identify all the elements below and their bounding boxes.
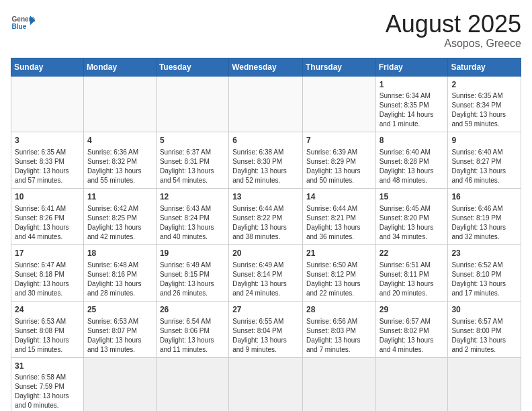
day-info: Sunrise: 6:58 AM Sunset: 7:59 PM Dayligh… xyxy=(15,373,80,410)
calendar-day-cell xyxy=(302,76,375,132)
calendar-day-cell: 21Sunrise: 6:50 AM Sunset: 8:12 PM Dayli… xyxy=(302,244,375,301)
calendar-day-cell: 14Sunrise: 6:44 AM Sunset: 8:21 PM Dayli… xyxy=(302,189,375,245)
day-info: Sunrise: 6:40 AM Sunset: 8:28 PM Dayligh… xyxy=(380,148,445,185)
day-info: Sunrise: 6:49 AM Sunset: 8:14 PM Dayligh… xyxy=(232,261,299,298)
day-info: Sunrise: 6:43 AM Sunset: 8:24 PM Dayligh… xyxy=(160,204,225,242)
day-number: 1 xyxy=(380,79,445,91)
calendar-day-cell xyxy=(156,76,228,132)
day-number: 6 xyxy=(232,135,299,146)
day-number: 27 xyxy=(232,304,299,316)
day-info: Sunrise: 6:55 AM Sunset: 8:04 PM Dayligh… xyxy=(232,317,299,355)
calendar-day-cell: 13Sunrise: 6:44 AM Sunset: 8:22 PM Dayli… xyxy=(229,189,303,245)
day-info: Sunrise: 6:38 AM Sunset: 8:30 PM Dayligh… xyxy=(232,148,299,185)
day-info: Sunrise: 6:42 AM Sunset: 8:25 PM Dayligh… xyxy=(87,204,152,242)
day-number: 8 xyxy=(380,135,445,146)
weekday-header: Thursday xyxy=(302,58,375,76)
calendar-day-cell: 12Sunrise: 6:43 AM Sunset: 8:24 PM Dayli… xyxy=(156,189,228,245)
calendar-week-row: 10Sunrise: 6:41 AM Sunset: 8:26 PM Dayli… xyxy=(11,189,521,245)
weekday-header: Tuesday xyxy=(156,58,228,76)
calendar-day-cell: 10Sunrise: 6:41 AM Sunset: 8:26 PM Dayli… xyxy=(11,189,84,245)
calendar-day-cell: 15Sunrise: 6:45 AM Sunset: 8:20 PM Dayli… xyxy=(375,189,448,245)
day-info: Sunrise: 6:40 AM Sunset: 8:27 PM Dayligh… xyxy=(451,148,517,185)
calendar-day-cell: 31Sunrise: 6:58 AM Sunset: 7:59 PM Dayli… xyxy=(11,357,84,411)
calendar-day-cell: 5Sunrise: 6:37 AM Sunset: 8:31 PM Daylig… xyxy=(156,132,228,189)
day-info: Sunrise: 6:50 AM Sunset: 8:12 PM Dayligh… xyxy=(306,261,372,298)
calendar-week-row: 17Sunrise: 6:47 AM Sunset: 8:18 PM Dayli… xyxy=(11,244,521,301)
calendar-day-cell: 28Sunrise: 6:56 AM Sunset: 8:03 PM Dayli… xyxy=(302,301,375,357)
day-info: Sunrise: 6:44 AM Sunset: 8:22 PM Dayligh… xyxy=(232,204,299,242)
calendar-day-cell: 7Sunrise: 6:39 AM Sunset: 8:29 PM Daylig… xyxy=(302,132,375,189)
day-info: Sunrise: 6:52 AM Sunset: 8:10 PM Dayligh… xyxy=(451,261,517,298)
calendar-day-cell: 26Sunrise: 6:54 AM Sunset: 8:06 PM Dayli… xyxy=(156,301,228,357)
calendar-day-cell: 30Sunrise: 6:57 AM Sunset: 8:00 PM Dayli… xyxy=(448,301,521,357)
day-number: 12 xyxy=(160,191,225,203)
day-number: 29 xyxy=(380,304,445,316)
calendar-day-cell xyxy=(156,357,228,411)
calendar-day-cell: 29Sunrise: 6:57 AM Sunset: 8:02 PM Dayli… xyxy=(375,301,448,357)
calendar-day-cell: 6Sunrise: 6:38 AM Sunset: 8:30 PM Daylig… xyxy=(229,132,303,189)
day-number: 24 xyxy=(15,304,80,316)
day-info: Sunrise: 6:35 AM Sunset: 8:33 PM Dayligh… xyxy=(15,148,80,185)
day-number: 14 xyxy=(306,191,372,203)
day-info: Sunrise: 6:53 AM Sunset: 8:07 PM Dayligh… xyxy=(87,317,152,355)
calendar-day-cell: 20Sunrise: 6:49 AM Sunset: 8:14 PM Dayli… xyxy=(229,244,303,301)
calendar-day-cell xyxy=(375,357,448,411)
page-header: General Blue August 2025 Asopos, Greece xyxy=(11,11,521,50)
page-subtitle: Asopos, Greece xyxy=(386,38,521,50)
calendar-day-cell: 17Sunrise: 6:47 AM Sunset: 8:18 PM Dayli… xyxy=(11,244,84,301)
weekday-header: Monday xyxy=(83,58,156,76)
day-number: 11 xyxy=(87,191,152,203)
day-number: 13 xyxy=(232,191,299,203)
calendar-day-cell: 2Sunrise: 6:35 AM Sunset: 8:34 PM Daylig… xyxy=(448,76,521,132)
day-info: Sunrise: 6:41 AM Sunset: 8:26 PM Dayligh… xyxy=(15,204,80,242)
svg-text:Blue: Blue xyxy=(11,23,26,30)
day-number: 26 xyxy=(160,304,225,316)
calendar-day-cell: 4Sunrise: 6:36 AM Sunset: 8:32 PM Daylig… xyxy=(83,132,156,189)
day-number: 4 xyxy=(87,135,152,146)
day-info: Sunrise: 6:37 AM Sunset: 8:31 PM Dayligh… xyxy=(160,148,225,185)
calendar-week-row: 24Sunrise: 6:53 AM Sunset: 8:08 PM Dayli… xyxy=(11,301,521,357)
day-info: Sunrise: 6:39 AM Sunset: 8:29 PM Dayligh… xyxy=(306,148,372,185)
calendar-day-cell xyxy=(302,357,375,411)
day-info: Sunrise: 6:53 AM Sunset: 8:08 PM Dayligh… xyxy=(15,317,80,355)
calendar-day-cell xyxy=(448,357,521,411)
day-number: 17 xyxy=(15,248,80,259)
calendar-day-cell xyxy=(83,76,156,132)
calendar-day-cell: 18Sunrise: 6:48 AM Sunset: 8:16 PM Dayli… xyxy=(83,244,156,301)
day-info: Sunrise: 6:57 AM Sunset: 8:02 PM Dayligh… xyxy=(380,317,445,355)
calendar-header-row: SundayMondayTuesdayWednesdayThursdayFrid… xyxy=(11,58,521,76)
calendar-day-cell: 23Sunrise: 6:52 AM Sunset: 8:10 PM Dayli… xyxy=(448,244,521,301)
day-info: Sunrise: 6:36 AM Sunset: 8:32 PM Dayligh… xyxy=(87,148,152,185)
calendar-day-cell: 27Sunrise: 6:55 AM Sunset: 8:04 PM Dayli… xyxy=(229,301,303,357)
day-number: 30 xyxy=(451,304,517,316)
calendar-day-cell xyxy=(11,76,84,132)
calendar-week-row: 1Sunrise: 6:34 AM Sunset: 8:35 PM Daylig… xyxy=(11,76,521,132)
calendar-day-cell: 3Sunrise: 6:35 AM Sunset: 8:33 PM Daylig… xyxy=(11,132,84,189)
page-title: August 2025 xyxy=(386,11,521,38)
calendar-day-cell: 22Sunrise: 6:51 AM Sunset: 8:11 PM Dayli… xyxy=(375,244,448,301)
calendar-day-cell: 16Sunrise: 6:46 AM Sunset: 8:19 PM Dayli… xyxy=(448,189,521,245)
day-number: 28 xyxy=(306,304,372,316)
day-number: 2 xyxy=(451,79,517,91)
title-block: August 2025 Asopos, Greece xyxy=(386,11,521,50)
day-info: Sunrise: 6:47 AM Sunset: 8:18 PM Dayligh… xyxy=(15,261,80,298)
calendar-day-cell: 19Sunrise: 6:49 AM Sunset: 8:15 PM Dayli… xyxy=(156,244,228,301)
day-info: Sunrise: 6:56 AM Sunset: 8:03 PM Dayligh… xyxy=(306,317,372,355)
weekday-header: Friday xyxy=(375,58,448,76)
calendar-day-cell xyxy=(229,357,303,411)
weekday-header: Saturday xyxy=(448,58,521,76)
calendar-day-cell: 9Sunrise: 6:40 AM Sunset: 8:27 PM Daylig… xyxy=(448,132,521,189)
weekday-header: Sunday xyxy=(11,58,84,76)
day-info: Sunrise: 6:35 AM Sunset: 8:34 PM Dayligh… xyxy=(451,91,517,129)
logo: General Blue xyxy=(11,11,35,35)
day-info: Sunrise: 6:49 AM Sunset: 8:15 PM Dayligh… xyxy=(160,261,225,298)
day-number: 18 xyxy=(87,248,152,259)
day-number: 22 xyxy=(380,248,445,259)
calendar-day-cell: 1Sunrise: 6:34 AM Sunset: 8:35 PM Daylig… xyxy=(375,76,448,132)
day-info: Sunrise: 6:46 AM Sunset: 8:19 PM Dayligh… xyxy=(451,204,517,242)
day-number: 9 xyxy=(451,135,517,146)
day-number: 25 xyxy=(87,304,152,316)
calendar-day-cell: 8Sunrise: 6:40 AM Sunset: 8:28 PM Daylig… xyxy=(375,132,448,189)
day-number: 31 xyxy=(15,361,80,372)
day-number: 5 xyxy=(160,135,225,146)
